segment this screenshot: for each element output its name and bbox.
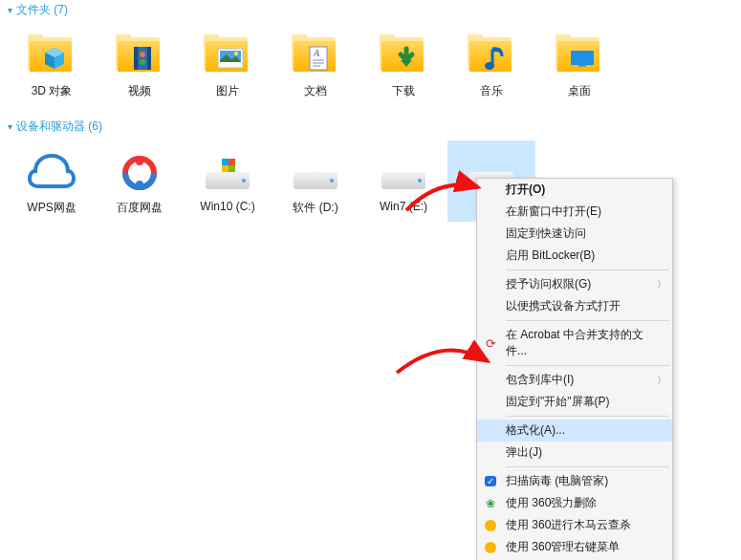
acrobat-icon: ⟳ [483,335,498,351]
svg-point-7 [234,52,238,55]
menu-item-label: 使用 360进行木马云查杀 [506,517,631,533]
svg-point-19 [136,181,143,188]
menu-separator [506,416,669,417]
folder-item[interactable]: A 文档 [272,24,360,105]
menu-item[interactable]: 在新窗口中打开(E) [477,201,672,223]
folder-icon [555,30,604,79]
folder-label: 文档 [304,83,327,99]
menu-item-label: 打开(O) [506,182,545,198]
folder-item[interactable]: 音乐 [447,24,535,105]
svg-point-13 [485,62,494,70]
device-label: Win10 (C:) [200,200,254,213]
device-icon [115,146,164,196]
folder-label: 3D 对象 [32,83,73,99]
menu-separator [506,365,669,366]
folder-icon [379,30,428,79]
folder-item[interactable]: 3D 对象 [8,24,96,105]
menu-item-label: 使用 360强力删除 [506,495,597,511]
menu-separator [506,269,669,270]
menu-item-label: 包含到库中(I) [506,372,574,388]
menu-item-label: 扫描病毒 (电脑管家) [506,473,608,489]
device-icon [379,146,428,196]
menu-item[interactable]: 格式化(A)... [477,420,672,442]
menu-item[interactable]: ❀使用 360强力删除 [477,492,672,514]
svg-rect-2 [147,47,151,70]
menu-item[interactable]: 固定到快速访问 [477,223,672,245]
folder-icon: A [291,30,340,79]
device-item[interactable]: Win10 (C:) [184,140,272,222]
menu-item[interactable]: ✓扫描病毒 (电脑管家) [477,470,672,492]
menu-item-label: 使用 360管理右键菜单 [506,539,620,555]
menu-item[interactable]: ⟳在 Acrobat 中合并支持的文件... [477,324,672,362]
context-menu: 打开(O)在新窗口中打开(E)固定到快速访问启用 BitLocker(B)授予访… [476,178,673,560]
folder-icon [467,30,516,79]
360y-icon [483,518,498,533]
360g-icon: ❀ [483,496,498,511]
folder-icon [27,30,76,79]
folder-icon [115,30,164,79]
folder-label: 视频 [128,83,151,99]
folder-item[interactable]: 下载 [360,24,447,105]
folder-label: 下载 [392,83,415,99]
folder-label: 桌面 [568,83,591,99]
svg-point-3 [140,52,145,57]
folders-section-header[interactable]: ▾ 文件夹 (7) [0,0,741,20]
device-icon [203,146,252,196]
qq-icon: ✓ [483,474,498,489]
device-item[interactable]: Win7 (E:) [360,140,447,222]
menu-item[interactable]: 授予访问权限(G)〉 [477,273,672,295]
svg-point-18 [136,158,143,165]
menu-item-label: 以便携式设备方式打开 [506,298,621,314]
chevron-down-icon: ▾ [8,5,12,15]
device-item[interactable]: WPS网盘 [8,140,96,222]
folder-icon [203,30,252,79]
menu-item-label: 在 Acrobat 中合并支持的文件... [506,327,653,359]
device-label: 百度网盘 [117,200,163,216]
devices-section-header[interactable]: ▾ 设备和驱动器 (6) [0,117,741,137]
menu-item[interactable]: 包含到库中(I)〉 [477,369,672,391]
device-label: Win7 (E:) [380,200,427,213]
device-icon [291,146,340,196]
folder-label: 图片 [216,83,239,99]
menu-item[interactable]: 使用 360管理右键菜单 [477,536,672,558]
folders-row: 3D 对象 视频 图片 A 文档 [0,20,741,117]
device-label: 软件 (D:) [293,200,338,216]
submenu-arrow-icon: 〉 [657,374,666,387]
svg-rect-1 [134,47,138,70]
menu-item-label: 弹出(J) [506,444,542,461]
menu-item[interactable]: 启用 BitLocker(B) [477,245,672,267]
device-icon [27,146,76,196]
submenu-arrow-icon: 〉 [657,278,666,291]
360y-icon [483,540,498,555]
svg-text:A: A [313,48,320,58]
menu-item-label: 授予访问权限(G) [506,276,591,292]
svg-rect-14 [571,51,594,65]
menu-item[interactable]: 使用 360进行木马云查杀 [477,514,672,536]
menu-item[interactable]: 固定到"开始"屏幕(P) [477,391,672,413]
menu-separator [506,320,669,321]
menu-item-label: 启用 BitLocker(B) [506,248,595,264]
devices-section-title: 设备和驱动器 (6) [16,118,102,135]
svg-rect-15 [578,65,586,67]
folder-item[interactable]: 图片 [184,24,272,105]
device-label: WPS网盘 [27,200,76,216]
svg-point-4 [140,59,145,65]
device-item[interactable]: 软件 (D:) [272,140,360,222]
menu-item-label: 固定到"开始"屏幕(P) [506,394,610,410]
folder-item[interactable]: 视频 [96,24,184,105]
folder-item[interactable]: 桌面 [535,24,623,105]
folders-section-title: 文件夹 (7) [16,2,68,18]
device-item[interactable]: 百度网盘 [96,140,184,222]
menu-separator [506,466,669,467]
menu-item-label: 在新窗口中打开(E) [506,204,601,220]
menu-item-label: 格式化(A)... [506,422,565,439]
menu-item-label: 固定到快速访问 [506,226,586,242]
folder-label: 音乐 [480,83,503,99]
menu-item[interactable]: 以便携式设备方式打开 [477,295,672,317]
chevron-down-icon: ▾ [8,121,12,132]
menu-item[interactable]: 打开(O) [477,179,672,201]
menu-item[interactable]: 弹出(J) [477,442,672,463]
